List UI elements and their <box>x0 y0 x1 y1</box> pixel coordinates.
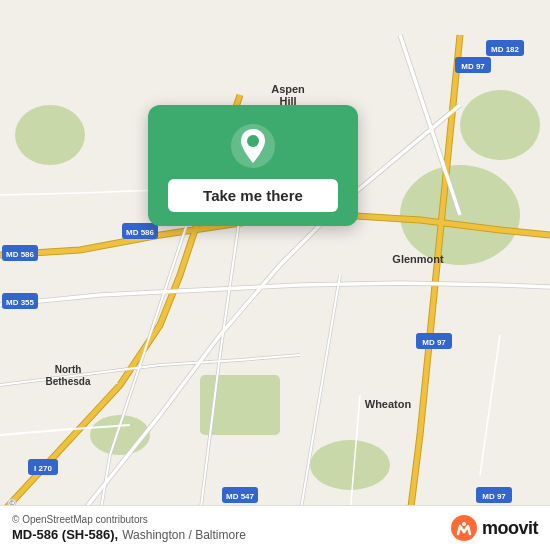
svg-text:Aspen: Aspen <box>271 83 305 95</box>
moovit-text: moovit <box>482 518 538 539</box>
svg-point-33 <box>247 135 259 147</box>
svg-text:North: North <box>55 364 82 375</box>
svg-point-1 <box>310 440 390 490</box>
take-me-there-button[interactable]: Take me there <box>168 179 338 212</box>
map-container: MD 97 MD 182 MD 586 MD 586 MD 355 MD 97 … <box>0 0 550 550</box>
svg-text:Bethesda: Bethesda <box>45 376 90 387</box>
svg-text:MD 586: MD 586 <box>126 228 155 237</box>
pin-icon <box>230 123 276 169</box>
moovit-icon-svg <box>450 514 478 542</box>
bottom-bar: © OpenStreetMap contributors MD-586 (SH-… <box>0 505 550 550</box>
moovit-logo: moovit <box>450 514 538 542</box>
location-card: Take me there <box>148 105 358 226</box>
svg-text:Glenmont: Glenmont <box>392 253 444 265</box>
svg-text:MD 586: MD 586 <box>6 250 35 259</box>
svg-text:MD 182: MD 182 <box>491 45 520 54</box>
svg-text:MD 97: MD 97 <box>461 62 485 71</box>
location-sub: Washington / Baltimore <box>122 528 246 542</box>
svg-point-4 <box>15 105 85 165</box>
svg-point-34 <box>451 515 477 541</box>
map-svg: MD 97 MD 182 MD 586 MD 586 MD 355 MD 97 … <box>0 0 550 550</box>
bottom-left: © OpenStreetMap contributors MD-586 (SH-… <box>12 514 246 542</box>
svg-point-5 <box>460 90 540 160</box>
location-label: MD-586 (SH-586), <box>12 527 118 542</box>
svg-text:I 270: I 270 <box>34 464 52 473</box>
svg-text:Wheaton: Wheaton <box>365 398 412 410</box>
svg-text:MD 547: MD 547 <box>226 492 255 501</box>
attribution-text: © OpenStreetMap contributors <box>12 514 148 525</box>
svg-text:MD 97: MD 97 <box>422 338 446 347</box>
svg-text:MD 355: MD 355 <box>6 298 35 307</box>
svg-text:MD 97: MD 97 <box>482 492 506 501</box>
svg-point-35 <box>462 522 466 526</box>
